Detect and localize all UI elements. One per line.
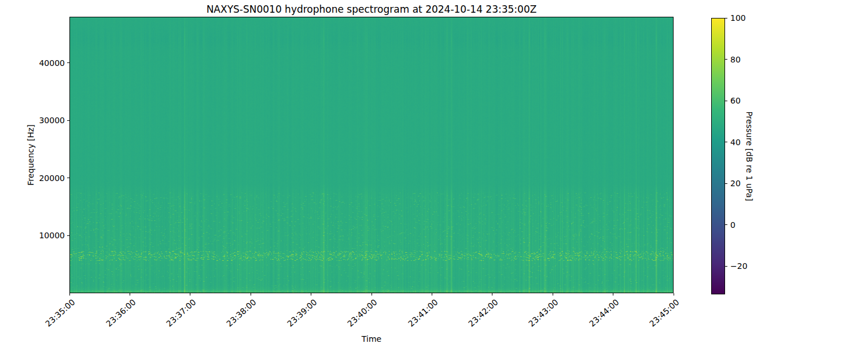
- colorbar-tick-mark: [725, 266, 727, 267]
- x-tick-mark: [311, 293, 311, 296]
- colorbar-tick-mark: [725, 183, 727, 184]
- colorbar-tick-mark: [725, 142, 727, 142]
- colorbar-tick-label: 80: [730, 55, 741, 64]
- x-tick-mark: [372, 293, 372, 296]
- colorbar-tick-label: 40: [730, 138, 741, 147]
- x-tick-label: 23:35:00: [43, 297, 76, 328]
- x-tick-label: 23:37:00: [164, 297, 197, 328]
- x-tick-label: 23:44:00: [587, 297, 620, 328]
- y-tick-label: 10000: [39, 231, 65, 240]
- colorbar-tick-label: −20: [730, 261, 748, 271]
- x-tick-mark: [130, 293, 130, 296]
- y-tick-label: 20000: [39, 174, 65, 183]
- y-axis-label: Frequency [Hz]: [26, 124, 35, 186]
- x-tick-label: 23:42:00: [466, 297, 499, 328]
- x-tick-label: 23:38:00: [225, 297, 258, 328]
- colorbar-tick-mark: [725, 18, 727, 19]
- colorbar-tick-mark: [725, 224, 727, 225]
- colorbar-tick-label: 60: [730, 96, 741, 105]
- y-tick-mark: [67, 235, 69, 236]
- x-tick-mark: [674, 293, 674, 296]
- figure: NAXYS-SN0010 hydrophone spectrogram at 2…: [0, 0, 868, 347]
- spectrogram-canvas: [69, 17, 674, 293]
- y-tick-label: 30000: [39, 116, 65, 125]
- y-tick-label: 40000: [39, 58, 65, 68]
- colorbar-tick-label: 0: [730, 220, 735, 230]
- colorbar-gradient: [711, 18, 725, 294]
- x-tick-label: 23:39:00: [285, 297, 318, 328]
- x-tick-label: 23:41:00: [406, 297, 439, 328]
- y-tick-mark: [67, 178, 69, 178]
- x-tick-label: 23:45:00: [648, 297, 681, 328]
- x-tick-mark: [492, 293, 492, 296]
- x-tick-mark: [432, 293, 432, 296]
- colorbar-tick-label: 20: [730, 179, 741, 188]
- colorbar-tick-mark: [725, 59, 727, 60]
- colorbar-label: Pressure [dB re 1 uPa]: [745, 111, 754, 201]
- y-tick-mark: [67, 62, 69, 63]
- y-tick-mark: [67, 120, 69, 121]
- x-tick-mark: [251, 293, 251, 296]
- colorbar-tick-mark: [725, 101, 727, 101]
- x-axis-label: Time: [362, 334, 381, 344]
- chart-title: NAXYS-SN0010 hydrophone spectrogram at 2…: [69, 4, 674, 15]
- x-tick-label: 23:40:00: [345, 297, 378, 328]
- x-tick-mark: [69, 293, 70, 296]
- x-tick-mark: [613, 293, 613, 296]
- x-tick-label: 23:36:00: [104, 297, 137, 328]
- x-tick-mark: [190, 293, 190, 296]
- x-tick-label: 23:43:00: [527, 297, 560, 328]
- plot-area: [69, 17, 674, 293]
- x-tick-mark: [553, 293, 553, 296]
- colorbar-tick-label: 100: [730, 13, 746, 23]
